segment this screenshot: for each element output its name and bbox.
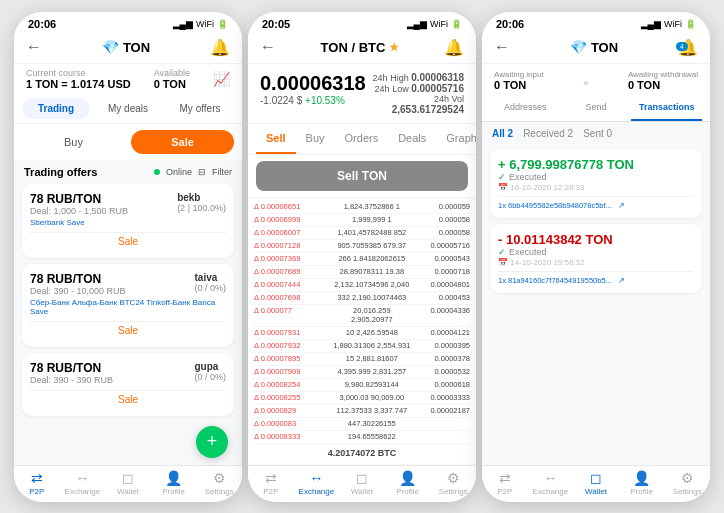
calendar-icon-0: 📅: [498, 183, 508, 192]
trading-header: Trading offers Online ⊟ Filter: [14, 160, 242, 184]
fab-add-button[interactable]: +: [196, 426, 228, 458]
star-icon[interactable]: ★: [389, 41, 399, 54]
tx-hash-1: 1x 81a94160c7f76454919550b5... ↗: [498, 276, 694, 285]
check-icon-1: ✓: [498, 247, 506, 257]
sell-ton-button[interactable]: Sell TON: [256, 161, 468, 191]
tx-hash-0: 1x 6bb4495582e58b948078c5bf... ↗: [498, 201, 694, 210]
nav-settings-3[interactable]: ⚙ Settings: [664, 470, 710, 496]
profile-nav-icon-2: 👤: [399, 470, 416, 486]
nav-p2p-1[interactable]: ⇄ P2P: [14, 470, 60, 496]
settings-nav-icon-2: ⚙: [447, 470, 460, 486]
exchange-content: Δ 0.00006651 1,824.3752866 1 0.000059 Δ …: [248, 197, 476, 465]
notification-icon-1[interactable]: 🔔: [210, 38, 230, 57]
back-button-2[interactable]: ←: [260, 38, 276, 56]
link-icon-0[interactable]: ↗: [618, 201, 625, 210]
order-table: Δ 0.00006651 1,824.3752866 1 0.000059 Δ …: [248, 199, 476, 464]
filter-all[interactable]: All 2: [492, 128, 513, 139]
chart-icon[interactable]: 📈: [213, 71, 230, 87]
exchange-nav-icon-1: ↔: [75, 470, 89, 486]
nav-p2p-2[interactable]: ⇄ P2P: [248, 470, 294, 496]
nav-wallet-label-1: Wallet: [117, 487, 139, 496]
link-icon-1[interactable]: ↗: [618, 276, 625, 285]
nav-wallet-3[interactable]: ◻ Wallet: [573, 470, 619, 496]
nav-profile-label-2: Profile: [396, 487, 419, 496]
nav-profile-3[interactable]: 👤 Profile: [619, 470, 665, 496]
wifi-icon: WiFi: [196, 19, 214, 29]
offer-sale-btn-2[interactable]: Sale: [30, 390, 226, 408]
await-input-value: 0 TON: [494, 79, 544, 91]
subheader-1: Current course 1 TON = 1.0174 USD Availa…: [14, 64, 242, 94]
offer-sale-btn-0[interactable]: Sale: [30, 232, 226, 250]
buy-tab[interactable]: Buy: [22, 130, 125, 154]
back-button-3[interactable]: ←: [494, 38, 510, 56]
exchange-nav-icon-3: ↔: [543, 470, 557, 486]
tab-transactions[interactable]: Transactions: [631, 95, 702, 121]
nav-profile-1[interactable]: 👤 Profile: [151, 470, 197, 496]
header-2: ← TON / BTC ★ 🔔: [248, 34, 476, 64]
bottom-nav-3: ⇄ P2P ↔ Exchange ◻ Wallet 👤 Profile ⚙ Se…: [482, 465, 710, 502]
offer-price-1: 78 RUB/TON: [30, 272, 126, 286]
tab-addresses[interactable]: Addresses: [490, 95, 561, 121]
status-bar-3: 20:06 ▂▄▆ WiFi 🔋: [482, 12, 710, 34]
tab-graph[interactable]: Graph: [436, 124, 476, 154]
offer-sale-btn-1[interactable]: Sale: [30, 321, 226, 339]
tx-divider-0: [498, 196, 694, 197]
filter-received[interactable]: Received 2: [523, 128, 573, 139]
wallet-nav-icon-1: ◻: [122, 470, 134, 486]
order-row-17: Δ 0.00008333 194.65558622: [252, 431, 472, 444]
back-button-1[interactable]: ←: [26, 38, 42, 56]
header-title-3: 💎 TON: [570, 39, 618, 55]
nav-p2p-label-1: P2P: [29, 487, 44, 496]
nav-settings-1[interactable]: ⚙ Settings: [196, 470, 242, 496]
settings-nav-icon-3: ⚙: [681, 470, 694, 486]
tab-sell[interactable]: Sell: [256, 124, 296, 154]
tab-my-offers[interactable]: My offers: [166, 98, 234, 119]
p2p-nav-icon-3: ⇄: [499, 470, 511, 486]
status-time-1: 20:06: [28, 18, 56, 30]
price-change: -1.0224 $ +10.53%: [260, 95, 366, 106]
header-3: ← 💎 TON 🔔 4: [482, 34, 710, 64]
nav-exchange-2[interactable]: ↔ Exchange: [294, 470, 340, 496]
tx-card-1: - 10.01143842 TON ✓ Executed 📅 14-10-202…: [490, 224, 702, 293]
price-section: 0.00006318 -1.0224 $ +10.53% 24h High 0.…: [248, 64, 476, 124]
status-time-2: 20:05: [262, 18, 290, 30]
nav-exchange-3[interactable]: ↔ Exchange: [528, 470, 574, 496]
phone-p2p: 20:06 ▂▄▆ WiFi 🔋 ← 💎 TON 🔔 Current cours…: [14, 12, 242, 502]
filter-sent[interactable]: Sent 0: [583, 128, 612, 139]
tab-my-deals[interactable]: My deals: [94, 98, 162, 119]
wallet-content: + 6,799.99876778 TON ✓ Executed 📅 16-10-…: [482, 145, 710, 465]
status-icons-2: ▂▄▆ WiFi 🔋: [407, 19, 462, 29]
nav-profile-label-1: Profile: [162, 487, 185, 496]
tab-buy[interactable]: Buy: [296, 124, 335, 154]
main-tabs-1: Trading My deals My offers: [14, 94, 242, 124]
nav-settings-2[interactable]: ⚙ Settings: [430, 470, 476, 496]
order-row-0: Δ 0.00006651 1,824.3752866 1 0.000059: [252, 201, 472, 214]
nav-wallet-1[interactable]: ◻ Wallet: [105, 470, 151, 496]
calendar-icon-1: 📅: [498, 258, 508, 267]
tab-trading[interactable]: Trading: [22, 98, 90, 119]
nav-exchange-1[interactable]: ↔ Exchange: [60, 470, 106, 496]
filter-icon[interactable]: ⊟: [198, 167, 206, 177]
await-input-label: Awaiting input: [494, 70, 544, 79]
nav-profile-2[interactable]: 👤 Profile: [385, 470, 431, 496]
order-row-7: Δ 0.00007698 332 2,190.10074463 0.000453: [252, 292, 472, 305]
status-icons-1: ▂▄▆ WiFi 🔋: [173, 19, 228, 29]
buy-sale-tabs: Buy Sale: [14, 124, 242, 160]
tab-orders[interactable]: Orders: [335, 124, 389, 154]
nav-wallet-2[interactable]: ◻ Wallet: [339, 470, 385, 496]
order-row-11: Δ 0.00007895 15 2,881.81607 0.0000378: [252, 353, 472, 366]
p2p-nav-icon-2: ⇄: [265, 470, 277, 486]
main-price: 0.00006318: [260, 72, 366, 95]
sale-tab[interactable]: Sale: [131, 130, 234, 154]
header-title-1: 💎 TON: [102, 39, 150, 55]
ton-diamond-icon: 💎: [102, 39, 119, 55]
tab-deals[interactable]: Deals: [388, 124, 436, 154]
check-icon-0: ✓: [498, 172, 506, 182]
exchange-nav-icon-2: ↔: [309, 470, 323, 486]
notification-icon-2[interactable]: 🔔: [444, 38, 464, 57]
offer-methods-0: Sberbank Save: [30, 218, 226, 227]
await-withdraw-value: 0 TON: [628, 79, 698, 91]
offer-user-2: gupa: [194, 361, 226, 372]
nav-p2p-3[interactable]: ⇄ P2P: [482, 470, 528, 496]
tab-send[interactable]: Send: [561, 95, 632, 121]
